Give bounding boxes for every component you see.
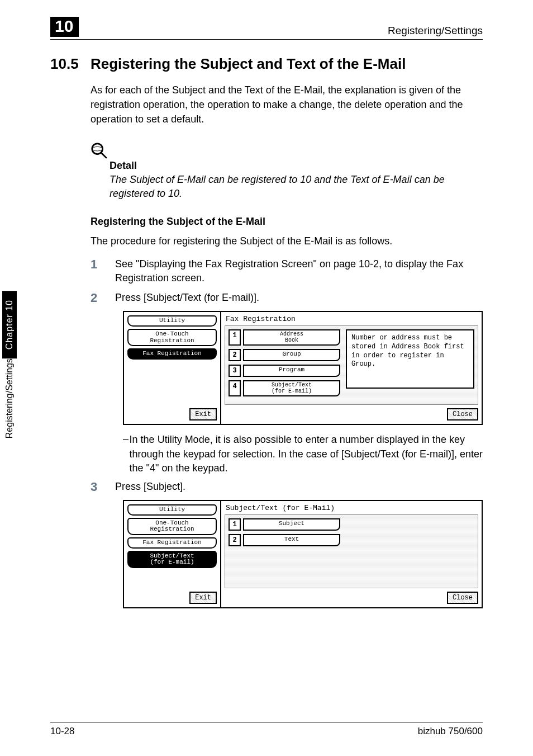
section-number: 10.5	[50, 55, 91, 73]
section-intro: As for each of the Subject and the Text …	[91, 83, 483, 126]
address-book-button[interactable]: Address Book	[243, 329, 340, 346]
subsection-intro: The procedure for registering the Subjec…	[91, 235, 483, 247]
exit-button[interactable]: Exit	[189, 592, 217, 604]
button-number: 2	[229, 534, 241, 546]
fax-registration-tab[interactable]: Fax Registration	[127, 348, 217, 360]
step-text: Press [Subject/Text (for E-mail)].	[115, 291, 259, 305]
page-header: 10 Registering/Settings	[50, 17, 483, 40]
step-number: 1	[91, 257, 115, 285]
close-button[interactable]: Close	[447, 592, 478, 604]
detail-heading: Detail	[110, 160, 483, 172]
screen-title: Fax Registration	[225, 314, 478, 325]
one-touch-registration-tab[interactable]: One-Touch Registration	[127, 518, 217, 535]
group-button[interactable]: Group	[243, 349, 340, 361]
running-title: Registering/Settings	[388, 25, 483, 37]
program-button[interactable]: Program	[243, 365, 340, 377]
step-text: See "Displaying the Fax Registration Scr…	[115, 257, 483, 285]
side-chapter-label: Chapter 10	[2, 291, 17, 358]
subject-text-screen: Utility One-Touch Registration Fax Regis…	[123, 500, 483, 608]
section-title: Registering the Subject and Text of the …	[91, 55, 406, 73]
model-name: bizhub 750/600	[418, 726, 483, 737]
page-footer: 10-28 bizhub 750/600	[50, 722, 483, 737]
substep-text: In the Utility Mode, it is also possible…	[130, 433, 483, 475]
side-section-label: Registering/Settings	[4, 358, 15, 444]
button-number: 1	[229, 329, 241, 346]
fax-registration-tab[interactable]: Fax Registration	[127, 537, 217, 549]
step: 1 See "Displaying the Fax Registration S…	[91, 257, 483, 285]
substep-dash: –	[123, 433, 130, 475]
svg-line-2	[102, 153, 106, 158]
step-text: Press [Subject].	[115, 480, 185, 494]
section-heading: 10.5 Registering the Subject and Text of…	[50, 55, 483, 73]
button-number: 2	[229, 349, 241, 361]
subject-text-email-button[interactable]: Subject/Text (for E-mail)	[243, 380, 340, 396]
page-number: 10-28	[50, 726, 74, 737]
one-touch-registration-tab[interactable]: One-Touch Registration	[127, 329, 217, 346]
subject-text-email-tab[interactable]: Subject/Text (for E-mail)	[127, 551, 217, 568]
close-button[interactable]: Close	[447, 408, 478, 420]
exit-button[interactable]: Exit	[189, 408, 217, 420]
step: 2 Press [Subject/Text (for E-mail)].	[91, 291, 483, 305]
substep: – In the Utility Mode, it is also possib…	[123, 433, 483, 475]
button-number: 1	[229, 518, 241, 531]
step: 3 Press [Subject].	[91, 480, 483, 494]
info-message: Number or address must be stored in Addr…	[346, 329, 474, 389]
button-number: 4	[229, 380, 241, 396]
button-number: 3	[229, 365, 241, 377]
chapter-number: 10	[50, 17, 79, 37]
subject-button[interactable]: Subject	[243, 518, 340, 531]
subsection-heading: Registering the Subject of the E-Mail	[91, 216, 483, 228]
detail-text: The Subject of E-Mail can be registered …	[110, 173, 483, 201]
utility-tab[interactable]: Utility	[127, 504, 217, 516]
step-number: 2	[91, 291, 115, 305]
fax-registration-screen: Utility One-Touch Registration Fax Regis…	[123, 311, 483, 425]
magnifier-icon	[91, 142, 107, 159]
utility-tab[interactable]: Utility	[127, 315, 217, 327]
text-button[interactable]: Text	[243, 534, 340, 546]
screen-title: Subject/Text (for E-Mail)	[225, 503, 478, 514]
step-number: 3	[91, 480, 115, 494]
svg-point-1	[92, 147, 103, 152]
side-tab: Chapter 10 Registering/Settings	[0, 291, 19, 459]
